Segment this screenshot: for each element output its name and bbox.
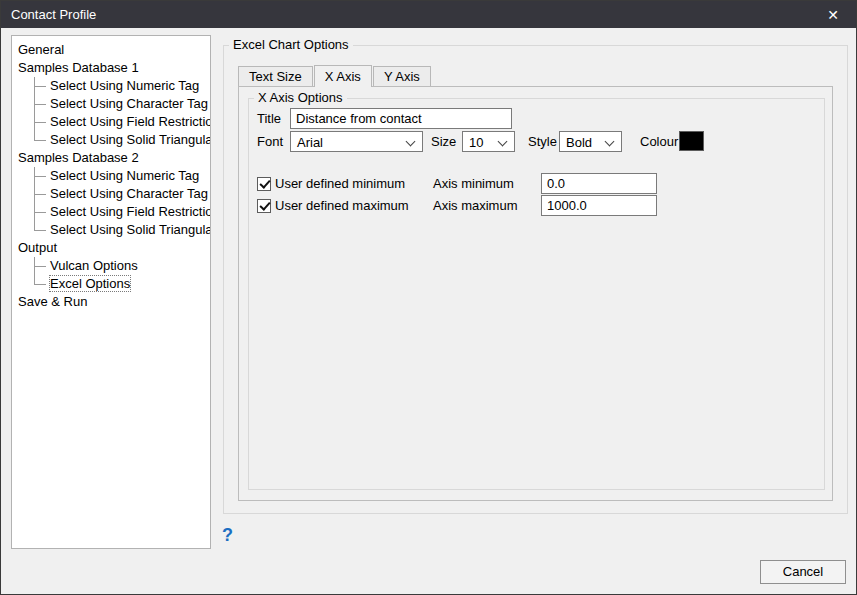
title-label: Title <box>257 110 281 128</box>
size-dropdown[interactable]: 10 <box>462 131 515 152</box>
font-label: Font <box>257 133 283 151</box>
user-defined-maximum-label: User defined maximum <box>275 197 409 215</box>
tab-x-axis[interactable]: X Axis <box>314 65 372 87</box>
tree-item-select-numeric-tag-2[interactable]: Select Using Numeric Tag <box>12 167 210 185</box>
chevron-down-icon <box>498 137 508 147</box>
tree-item-select-character-tag-1[interactable]: Select Using Character Tag <box>12 95 210 113</box>
style-dropdown[interactable]: Bold <box>559 131 622 152</box>
tree-item-select-field-restriction-1[interactable]: Select Using Field Restriction <box>12 113 210 131</box>
user-defined-minimum-checkbox[interactable] <box>257 177 271 191</box>
tab-text-size[interactable]: Text Size <box>238 66 313 86</box>
user-defined-minimum-label: User defined minimum <box>275 175 405 193</box>
colour-swatch[interactable] <box>679 131 704 151</box>
excel-chart-options-title: Excel Chart Options <box>229 37 353 52</box>
chevron-down-icon <box>406 137 416 147</box>
font-value: Arial <box>297 134 323 151</box>
chevron-down-icon <box>605 137 615 147</box>
title-input[interactable] <box>290 108 512 129</box>
style-label: Style <box>528 133 557 151</box>
close-icon[interactable]: ✕ <box>810 1 856 28</box>
tree-item-select-solid-triangulation-1[interactable]: Select Using Solid Triangulation <box>12 131 210 149</box>
axis-minimum-input[interactable] <box>541 173 657 194</box>
x-axis-options-title: X Axis Options <box>254 90 347 105</box>
tree-item-select-character-tag-2[interactable]: Select Using Character Tag <box>12 185 210 203</box>
x-axis-tab-pane: X Axis Options Title Font Arial Size 10 … <box>238 86 833 501</box>
axis-maximum-input[interactable] <box>541 195 657 216</box>
axis-maximum-label: Axis maximum <box>433 197 518 215</box>
user-defined-maximum-checkbox[interactable] <box>257 199 271 213</box>
tree-item-select-numeric-tag-1[interactable]: Select Using Numeric Tag <box>12 77 210 95</box>
tree-item-general[interactable]: General <box>12 41 210 59</box>
title-bar: Contact Profile ✕ <box>1 1 856 28</box>
size-value: 10 <box>469 134 483 151</box>
axis-tabs: Text Size X Axis Y Axis <box>238 65 432 86</box>
tree-item-select-solid-triangulation-2[interactable]: Select Using Solid Triangulation <box>12 221 210 239</box>
size-label: Size <box>431 133 456 151</box>
contact-profile-dialog: Contact Profile ✕ General Samples Databa… <box>0 0 857 595</box>
tree-item-vulcan-options[interactable]: Vulcan Options <box>12 257 210 275</box>
tree-item-excel-options[interactable]: Excel Options <box>12 275 210 293</box>
font-dropdown[interactable]: Arial <box>290 131 423 152</box>
style-value: Bold <box>566 134 592 151</box>
help-icon[interactable]: ? <box>222 525 233 546</box>
tree-item-samples-database-2[interactable]: Samples Database 2 <box>12 149 210 167</box>
window-title: Contact Profile <box>1 7 96 22</box>
tab-y-axis[interactable]: Y Axis <box>373 66 431 86</box>
x-axis-options-group: X Axis Options Title Font Arial Size 10 … <box>248 98 825 490</box>
cancel-button[interactable]: Cancel <box>760 560 846 584</box>
tree-item-select-field-restriction-2[interactable]: Select Using Field Restriction <box>12 203 210 221</box>
axis-minimum-label: Axis minimum <box>433 175 514 193</box>
tree-item-samples-database-1[interactable]: Samples Database 1 <box>12 59 210 77</box>
settings-tree: General Samples Database 1 Select Using … <box>11 35 211 549</box>
tree-item-save-and-run[interactable]: Save & Run <box>12 293 210 311</box>
tree-item-output[interactable]: Output <box>12 239 210 257</box>
colour-label: Colour <box>640 133 678 151</box>
